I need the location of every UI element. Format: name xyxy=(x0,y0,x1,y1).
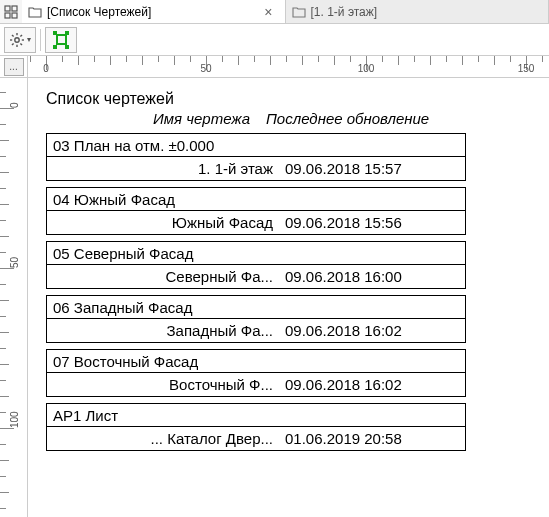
drawing-list-document: Список чертежей Имя чертежа Последнее об… xyxy=(46,90,466,457)
drawing-group: 06 Западный ФасадЗападный Фа...09.06.201… xyxy=(46,295,466,343)
drawing-date: 09.06.2018 16:02 xyxy=(285,322,465,339)
column-header-date: Последнее обновление xyxy=(266,110,466,127)
settings-button[interactable]: ▾ xyxy=(4,27,36,53)
group-header[interactable]: АР1 Лист xyxy=(46,403,466,427)
ruler-label: 0 xyxy=(9,102,20,108)
folder-icon xyxy=(292,5,306,19)
column-headers: Имя чертежа Последнее обновление xyxy=(46,110,466,127)
canvas[interactable]: Список чертежей Имя чертежа Последнее об… xyxy=(28,78,549,517)
horizontal-ruler[interactable]: 050100150 xyxy=(28,56,549,78)
drawing-date: 09.06.2018 16:02 xyxy=(285,376,465,393)
tab-floor-plan[interactable]: [1. 1-й этаж] xyxy=(286,0,550,23)
drawing-group: 05 Северный ФасадСеверный Фа...09.06.201… xyxy=(46,241,466,289)
drawing-row[interactable]: 1. 1-й этаж09.06.2018 15:57 xyxy=(46,157,466,181)
svg-line-10 xyxy=(20,43,22,45)
ruler-origin-button[interactable]: ... xyxy=(4,58,24,76)
svg-line-9 xyxy=(12,35,14,37)
chevron-down-icon: ▾ xyxy=(27,35,31,44)
svg-rect-1 xyxy=(12,6,17,11)
drawing-row[interactable]: ... Каталог Двер...01.06.2019 20:58 xyxy=(46,427,466,451)
tab-label: [Список Чертежей] xyxy=(47,5,151,19)
drawing-group: 03 План на отм. ±0.0001. 1-й этаж09.06.2… xyxy=(46,133,466,181)
folder-icon xyxy=(28,5,42,19)
ruler-label: 50 xyxy=(9,257,20,268)
svg-line-11 xyxy=(20,35,22,37)
tab-label: [1. 1-й этаж] xyxy=(311,5,378,19)
drawing-group: 07 Восточный ФасадВосточный Ф...09.06.20… xyxy=(46,349,466,397)
ruler-label: 100 xyxy=(358,63,375,74)
group-header[interactable]: 07 Восточный Фасад xyxy=(46,349,466,373)
svg-rect-0 xyxy=(5,6,10,11)
drawing-name: Северный Фа... xyxy=(47,268,285,285)
drawing-group: 04 Южный ФасадЮжный Фасад09.06.2018 15:5… xyxy=(46,187,466,235)
zoom-extents-button[interactable] xyxy=(45,27,77,53)
drawing-name: 1. 1-й этаж xyxy=(47,160,285,177)
tab-drawing-list[interactable]: [Список Чертежей] × xyxy=(22,0,286,23)
drawing-name: ... Каталог Двер... xyxy=(47,430,285,447)
layout-grid-icon[interactable] xyxy=(0,0,22,23)
drawing-date: 09.06.2018 16:00 xyxy=(285,268,465,285)
group-header[interactable]: 04 Южный Фасад xyxy=(46,187,466,211)
document-title: Список чертежей xyxy=(46,90,466,108)
svg-point-4 xyxy=(15,37,19,41)
vertical-ruler[interactable]: 050100 xyxy=(0,78,28,517)
ruler-label: 50 xyxy=(200,63,211,74)
drawing-date: 09.06.2018 15:57 xyxy=(285,160,465,177)
svg-rect-3 xyxy=(12,13,17,18)
ruler-label: 0 xyxy=(43,63,49,74)
svg-rect-2 xyxy=(5,13,10,18)
work-area: ... 050100150 050100 Список чертежей Имя… xyxy=(0,56,549,517)
toolbar-separator xyxy=(40,29,41,51)
ruler-label: 150 xyxy=(518,63,535,74)
drawing-name: Западный Фа... xyxy=(47,322,285,339)
drawing-row[interactable]: Западный Фа...09.06.2018 16:02 xyxy=(46,319,466,343)
drawing-name: Южный Фасад xyxy=(47,214,285,231)
group-header[interactable]: 06 Западный Фасад xyxy=(46,295,466,319)
drawing-row[interactable]: Северный Фа...09.06.2018 16:00 xyxy=(46,265,466,289)
ruler-corner: ... xyxy=(0,56,28,78)
drawing-date: 09.06.2018 15:56 xyxy=(285,214,465,231)
svg-line-12 xyxy=(12,43,14,45)
drawing-group: АР1 Лист... Каталог Двер...01.06.2019 20… xyxy=(46,403,466,451)
drawing-row[interactable]: Восточный Ф...09.06.2018 16:02 xyxy=(46,373,466,397)
drawing-row[interactable]: Южный Фасад09.06.2018 15:56 xyxy=(46,211,466,235)
group-header[interactable]: 05 Северный Фасад xyxy=(46,241,466,265)
column-header-name: Имя чертежа xyxy=(46,110,266,127)
ruler-label: 100 xyxy=(9,411,20,428)
group-header[interactable]: 03 План на отм. ±0.000 xyxy=(46,133,466,157)
close-tab-icon[interactable]: × xyxy=(262,4,274,20)
drawing-name: Восточный Ф... xyxy=(47,376,285,393)
toolbar: ▾ xyxy=(0,24,549,56)
drawing-date: 01.06.2019 20:58 xyxy=(285,430,465,447)
tab-bar: [Список Чертежей] × [1. 1-й этаж] xyxy=(0,0,549,24)
